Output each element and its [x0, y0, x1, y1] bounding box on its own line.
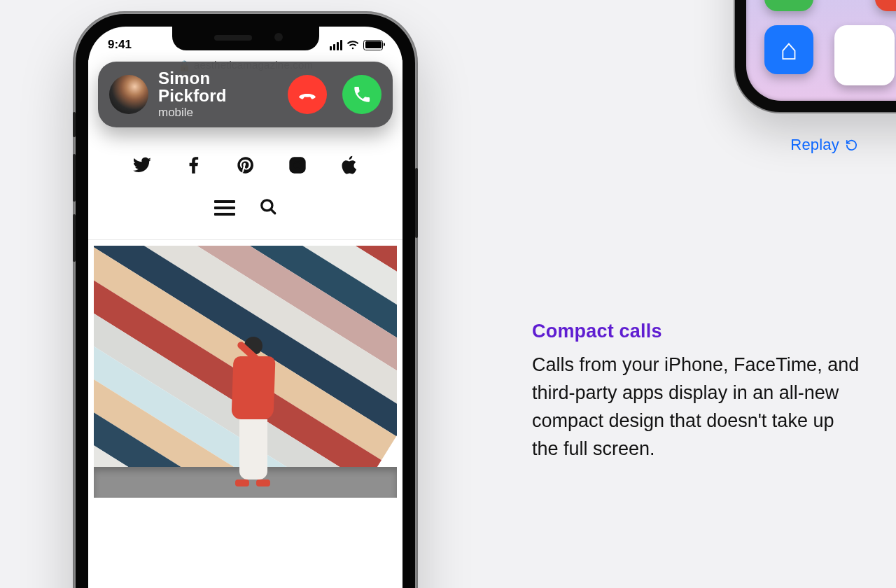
svg-line-4: [271, 209, 274, 213]
replay-icon: [845, 139, 858, 152]
svg-point-2: [301, 160, 303, 162]
hero-image: [94, 246, 397, 498]
twitter-icon[interactable]: [132, 155, 152, 175]
menu-button[interactable]: [214, 200, 235, 216]
caller-name: Simon Pickford: [158, 69, 278, 104]
replay-label: Replay: [790, 136, 839, 154]
primary-phone-mockup: 9:41 🔒aestheticamagazine.com Simon Pic: [76, 14, 415, 588]
primary-phone-screen: 9:41 🔒aestheticamagazine.com Simon Pic: [88, 27, 402, 588]
app-icon: R: [875, 0, 896, 11]
caller-subtitle: mobile: [158, 106, 278, 120]
apple-icon[interactable]: [340, 155, 359, 175]
status-time: 9:41: [108, 38, 132, 52]
decline-call-button[interactable]: [288, 75, 327, 114]
battery-icon: [363, 40, 383, 50]
phone-icon: [352, 85, 372, 104]
app-icon: ⌂: [764, 25, 813, 74]
feature-body: Calls from your iPhone, FaceTime, and th…: [532, 351, 862, 463]
app-icon: h: [764, 0, 813, 11]
feature-title: Compact calls: [532, 321, 862, 342]
feature-copy: Compact calls Calls from your iPhone, Fa…: [532, 321, 862, 463]
accept-call-button[interactable]: [342, 75, 382, 114]
incoming-call-banner[interactable]: Simon Pickford mobile: [98, 62, 393, 127]
app-icon: [834, 25, 895, 85]
cellular-signal-icon: [330, 40, 342, 50]
wifi-icon: [346, 40, 359, 50]
instagram-icon[interactable]: [288, 155, 307, 175]
phone-notch: [172, 27, 319, 50]
pinterest-icon[interactable]: [236, 155, 255, 175]
svg-point-1: [294, 162, 300, 168]
caller-avatar: [109, 75, 148, 114]
phone-down-icon: [298, 85, 317, 104]
facebook-icon[interactable]: [184, 155, 204, 175]
secondary-phone-mockup: h R 🤖 ⌂ ℗ ♪: [735, 0, 896, 112]
secondary-phone-screen: h R 🤖 ⌂ ℗ ♪: [746, 0, 896, 101]
replay-button[interactable]: Replay: [790, 136, 858, 154]
search-button[interactable]: [259, 197, 277, 218]
search-icon: [259, 197, 277, 216]
social-links-row: [88, 155, 402, 175]
